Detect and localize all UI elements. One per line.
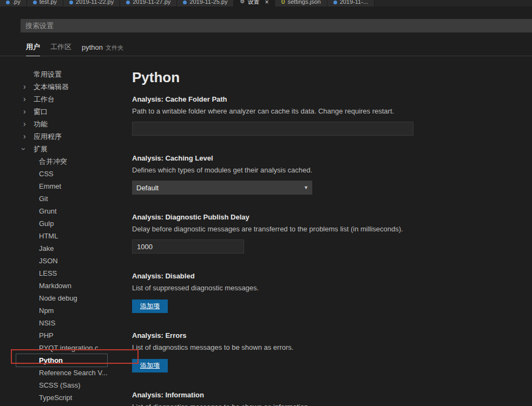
setting-dropdown[interactable]: Default ▼ xyxy=(132,181,312,195)
editor-tab[interactable]: {} settings.json xyxy=(275,0,327,6)
gear-icon: ⚙ xyxy=(240,0,245,5)
toc-item[interactable]: 常用设置 xyxy=(16,68,107,81)
toc-item-label: TypeScript xyxy=(39,394,72,402)
toc-item-label: 合并冲突 xyxy=(39,157,67,165)
setting-row: Analysis: Disabled List of suppressed di… xyxy=(132,271,532,313)
tab-label: .py xyxy=(12,0,21,6)
toc-item[interactable]: SCSS (Sass) xyxy=(16,379,107,391)
toc-item[interactable]: Gulp xyxy=(16,217,107,230)
toc-item[interactable]: › 应用程序 xyxy=(16,130,107,143)
toc-item[interactable]: PHP xyxy=(16,329,107,342)
editor-tab[interactable]: test.py xyxy=(27,0,63,6)
toc-item-label: 扩展 xyxy=(34,145,48,153)
setting-description: List of suppressed diagnostic messages. xyxy=(132,283,532,293)
toc-item[interactable]: › 窗口 xyxy=(16,105,107,118)
chevron-down-icon: ▼ xyxy=(304,185,308,190)
toc-item[interactable]: Jake xyxy=(16,242,107,255)
setting-description: Defines which types of modules get their… xyxy=(132,165,532,175)
toc-item[interactable]: Grunt xyxy=(16,205,107,217)
chevron-right-icon: › xyxy=(23,130,26,143)
scope-tab[interactable]: 用户 xyxy=(26,42,40,56)
toc-item-label: Gulp xyxy=(39,219,54,228)
editor-tab[interactable]: 2019-11-25.py xyxy=(177,0,234,6)
settings-body: 常用设置 › 文本编辑器 › 工作台 › 窗口 xyxy=(0,56,532,406)
toc-item[interactable]: JSON xyxy=(16,255,107,267)
toc-item[interactable]: NSIS xyxy=(16,317,107,329)
toc-item-label: Markdown xyxy=(39,282,71,290)
setting-description: Delay before diagnostic messages are tra… xyxy=(132,224,532,234)
toc-item-label: Npm xyxy=(39,307,54,315)
python-file-icon xyxy=(333,1,337,4)
editor-tab[interactable]: 2019-11-27.py xyxy=(120,0,177,6)
toc-item[interactable]: TypeScript xyxy=(16,391,107,404)
toc-item[interactable]: Npm xyxy=(16,304,107,317)
toc-item-label: Emmet xyxy=(39,182,61,190)
setting-title: Analysis: Errors xyxy=(132,331,532,341)
tab-label: settings.json xyxy=(287,0,320,6)
toc-item[interactable]: › 工作台 xyxy=(16,93,107,105)
setting-description: List of diagnostics messages to be shown… xyxy=(132,343,532,352)
toc-item[interactable]: Reference Search V... xyxy=(16,367,107,379)
toc-item[interactable]: › 文本编辑器 xyxy=(16,81,107,93)
folder-name: python xyxy=(82,43,103,51)
toc-item-label: 窗口 xyxy=(34,108,48,116)
chevron-right-icon: › xyxy=(23,105,26,118)
toc-item-label: 文本编辑器 xyxy=(34,83,69,91)
tab-label: 2019-11-27.py xyxy=(133,0,170,6)
setting-row: Analysis: Errors List of diagnostics mes… xyxy=(132,331,532,372)
toc-item[interactable]: HTML xyxy=(16,230,107,242)
folder-suffix-label: 文件夹 xyxy=(106,44,123,52)
toc-item[interactable]: › 扩展 xyxy=(16,143,107,155)
toc-item-label: PHP xyxy=(39,331,54,340)
setting-description: Path to a writable folder where analyzer… xyxy=(132,107,532,116)
toc-item[interactable]: Node debug xyxy=(16,292,107,304)
toc-item-label: SCSS (Sass) xyxy=(39,381,81,389)
folder-scope-tab[interactable]: python 文件夹 xyxy=(82,43,123,56)
tab-label: 设置 xyxy=(247,0,259,6)
editor-tab[interactable]: .py xyxy=(0,0,27,6)
tab-label: test.py xyxy=(40,0,57,6)
toc-item-label: 工作台 xyxy=(34,95,55,103)
setting-row: Analysis: Information List of diagnostic… xyxy=(132,390,532,406)
setting-text-input[interactable]: 1000 xyxy=(132,239,244,254)
page-title: Python xyxy=(132,69,532,86)
toc-item-label: 功能 xyxy=(34,120,48,128)
scope-tab[interactable]: 工作区 xyxy=(50,42,71,56)
chevron-right-icon: › xyxy=(23,93,26,105)
toc-item-label: HTML xyxy=(39,232,58,240)
toc-item[interactable]: 合并冲突 xyxy=(16,155,107,168)
toc-item[interactable]: Python xyxy=(16,354,107,367)
toc-item-label: LESS xyxy=(39,269,57,277)
setting-row: Analysis: Caching Level Defines which ty… xyxy=(132,154,532,195)
chevron-right-icon: › xyxy=(23,118,26,130)
setting-title: Analysis: Disabled xyxy=(132,271,532,281)
editor-tab[interactable]: 2019-11-... xyxy=(327,0,375,6)
editor-tab-bar: .py test.py 2019-11-22.py xyxy=(0,0,532,6)
toc-item[interactable]: Git xyxy=(16,192,107,205)
toc-item[interactable]: CSS xyxy=(16,168,107,180)
toc-item-label: Grunt xyxy=(39,207,57,215)
editor-tab[interactable]: ⚙ 设置 × xyxy=(234,0,275,6)
add-item-button[interactable]: 添加项 xyxy=(132,359,168,372)
setting-title: Analysis: Information xyxy=(132,390,532,400)
toc-item[interactable]: LESS xyxy=(16,267,107,279)
toc-item-label: CSS xyxy=(39,170,54,178)
python-file-icon xyxy=(6,1,10,4)
toc-item[interactable]: › 功能 xyxy=(16,118,107,130)
settings-search-input[interactable]: 搜索设置 xyxy=(21,19,532,32)
tab-label: 2019-11-25.py xyxy=(189,0,227,6)
toc-item[interactable]: Emmet xyxy=(16,180,107,192)
toc-item-label: 常用设置 xyxy=(34,70,62,78)
setting-row: Analysis: Diagnostic Publish Delay Delay… xyxy=(132,212,532,254)
toc-item-label: Reference Search V... xyxy=(39,369,108,377)
close-icon[interactable]: × xyxy=(265,0,268,6)
toc-item[interactable]: Markdown xyxy=(16,279,107,292)
toc-item[interactable]: PYQT integration c... xyxy=(16,342,107,354)
setting-text-input[interactable] xyxy=(132,122,413,136)
python-file-icon xyxy=(69,1,73,4)
setting-title: Analysis: Caching Level xyxy=(132,154,532,163)
add-item-button[interactable]: 添加项 xyxy=(132,299,168,313)
editor-tab[interactable]: 2019-11-22.py xyxy=(63,0,120,6)
toc-item-label: Git xyxy=(39,195,48,203)
python-file-icon xyxy=(183,1,187,4)
